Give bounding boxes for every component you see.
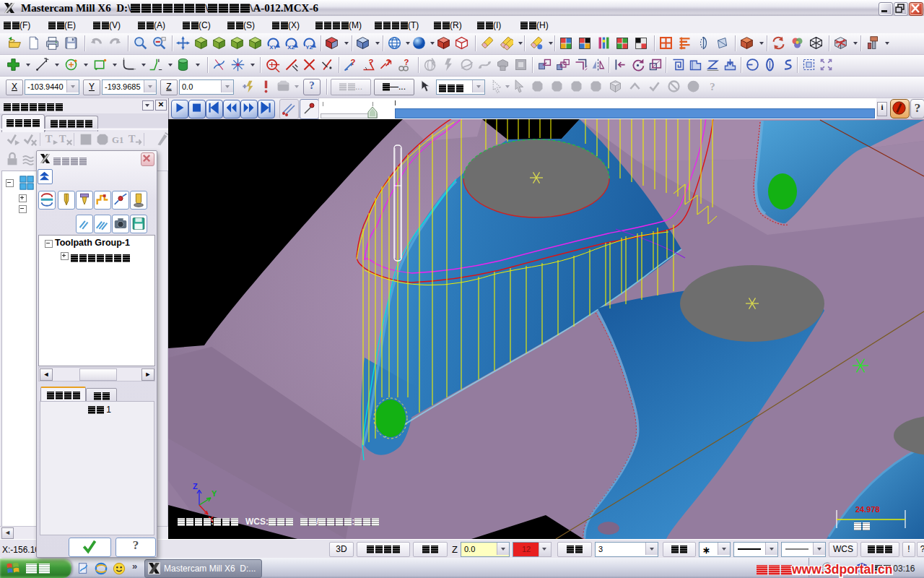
svg-text:XY: XY bbox=[269, 44, 277, 51]
svg-text:T: T bbox=[45, 133, 53, 144]
svg-text:XZ: XZ bbox=[287, 44, 295, 51]
svg-text:T: T bbox=[59, 133, 66, 144]
svg-text:?: ? bbox=[386, 58, 391, 66]
svg-text:Y: Y bbox=[212, 489, 217, 498]
svg-text:?: ? bbox=[710, 81, 715, 92]
svg-text:24.978: 24.978 bbox=[855, 505, 880, 514]
svg-text:Z: Z bbox=[193, 482, 198, 491]
svg-text:T: T bbox=[128, 133, 136, 144]
svg-text:?: ? bbox=[369, 58, 374, 66]
svg-text:?: ? bbox=[351, 58, 356, 66]
svg-text:?: ? bbox=[404, 58, 409, 66]
svg-text:G1: G1 bbox=[112, 135, 123, 145]
svg-text:YZ: YZ bbox=[305, 44, 313, 51]
